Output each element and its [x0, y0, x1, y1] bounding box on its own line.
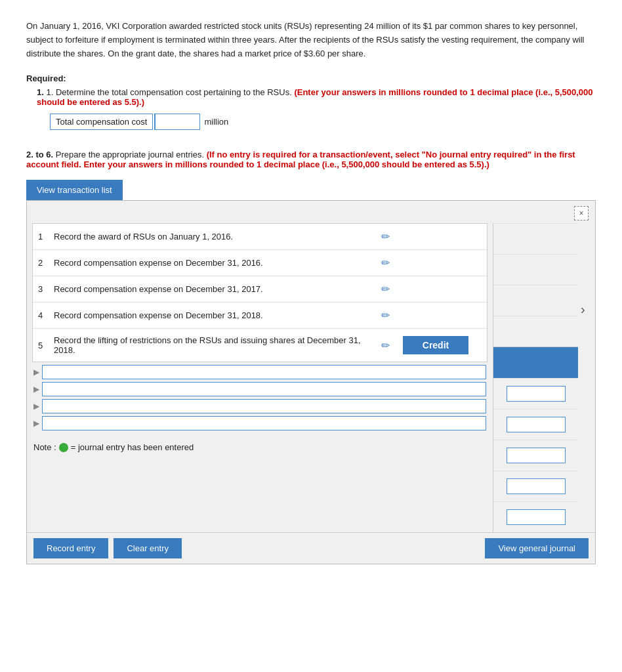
transaction-num-3: 3 — [38, 284, 50, 294]
credit-input-5[interactable] — [507, 509, 566, 525]
million-label: million — [204, 117, 228, 127]
transaction-desc-1: Record the award of RSUs on January 1, 2… — [50, 232, 375, 242]
transaction-desc-5: Record the lifting of restrictions on th… — [50, 335, 375, 355]
transaction-row: 2 Record compensation expense on Decembe… — [33, 250, 487, 276]
intro-content: On January 1, 2016, VKI Corporation awar… — [26, 21, 584, 58]
right-cell-5: Credit — [396, 336, 482, 354]
edit-icon-3[interactable]: ✏ — [381, 283, 390, 295]
right-input-row-1 — [493, 223, 578, 254]
arrow-icon-4: ▶ — [33, 419, 39, 428]
chevron-right-icon[interactable]: › — [581, 302, 585, 317]
note-row: Note : = journal entry has been entered — [27, 437, 493, 457]
transaction-row: 1 Record the award of RSUs on January 1,… — [33, 224, 487, 250]
credit-input-2[interactable] — [507, 417, 566, 432]
close-btn[interactable]: × — [574, 206, 589, 220]
transaction-row: 4 Record compensation expense on Decembe… — [33, 303, 487, 329]
arrow-icon-1: ▶ — [33, 368, 39, 377]
bottom-btns: Record entry Clear entry View general jo… — [27, 532, 595, 564]
record-entry-btn[interactable]: Record entry — [33, 538, 108, 558]
credit-input-1[interactable] — [507, 386, 566, 402]
q2-6-num: 2. to 6. — [26, 150, 53, 159]
transaction-num-1: 1 — [38, 232, 50, 242]
x-btn-row: × — [27, 201, 595, 223]
edit-icon-4[interactable]: ✏ — [381, 309, 390, 322]
transaction-desc-4: Record compensation expense on December … — [50, 310, 375, 320]
transaction-num-5: 5 — [38, 341, 50, 350]
note-label: Note : — [33, 442, 56, 452]
transaction-tab-area: View transaction list × 1 Record the aw — [26, 180, 596, 564]
arrow-icon-3: ▶ — [33, 402, 39, 411]
transactions-main: 1 Record the award of RSUs on January 1,… — [27, 223, 493, 532]
credit-input-4[interactable] — [507, 478, 566, 494]
extra-input-row-2: ▶ — [33, 382, 486, 396]
extra-inputs-area: ▶ ▶ ▶ ▶ — [27, 362, 493, 437]
chevron-col: › — [581, 223, 595, 532]
right-input-row-3 — [493, 285, 578, 316]
transaction-row: 5 Record the lifting of restrictions on … — [33, 329, 487, 362]
transaction-row: 3 Record compensation expense on Decembe… — [33, 276, 487, 303]
credit-input-3[interactable] — [507, 448, 566, 463]
view-transaction-btn[interactable]: View transaction list — [26, 180, 123, 200]
note-desc: = journal entry has been entered — [71, 442, 194, 452]
extra-input-4[interactable] — [42, 416, 486, 430]
tab-row: View transaction list — [26, 180, 596, 200]
q1-num: 1. — [37, 87, 44, 97]
extra-input-row-3: ▶ — [33, 399, 486, 413]
transaction-desc-3: Record compensation expense on December … — [50, 284, 375, 294]
extra-input-2[interactable] — [42, 382, 486, 396]
q1-label: 1. Determine the total compensation cost… — [46, 87, 291, 97]
total-comp-label: Total compensation cost — [50, 114, 153, 130]
arrow-icon-2: ▶ — [33, 385, 39, 394]
q1-text: 1. 1. Determine the total compensation c… — [37, 87, 596, 107]
extra-input-1[interactable] — [42, 365, 486, 379]
transaction-desc-2: Record compensation expense on December … — [50, 258, 375, 268]
extra-input-3[interactable] — [42, 399, 486, 413]
q2-6-section: 2. to 6. Prepare the appropriate journal… — [26, 150, 596, 564]
credit-header — [493, 347, 578, 378]
q2-6-header: 2. to 6. Prepare the appropriate journal… — [26, 150, 596, 169]
credit-column-block — [493, 346, 578, 532]
total-comp-input[interactable] — [154, 114, 200, 130]
required-section: Required: 1. 1. Determine the total comp… — [26, 74, 596, 130]
transaction-list: 1 Record the award of RSUs on January 1,… — [32, 223, 487, 362]
edit-icon-2[interactable]: ✏ — [381, 257, 390, 269]
edit-icon-5[interactable]: ✏ — [381, 339, 390, 352]
transaction-num-2: 2 — [38, 258, 50, 268]
green-dot-icon — [59, 443, 68, 452]
close-icon: × — [579, 209, 583, 218]
extra-input-row-4: ▶ — [33, 416, 486, 430]
full-panel: × 1 Record the award of RSUs on January … — [26, 200, 596, 564]
credit-input-row-1 — [493, 378, 578, 409]
clear-entry-btn[interactable]: Clear entry — [114, 538, 182, 558]
credit-input-row-2 — [493, 409, 578, 440]
right-input-row-4 — [493, 316, 578, 346]
credit-label: Credit — [403, 336, 468, 354]
credit-input-row-5 — [493, 501, 578, 532]
credit-input-row-3 — [493, 440, 578, 471]
credit-input-row-4 — [493, 471, 578, 501]
extra-input-row-1: ▶ — [33, 365, 486, 379]
transaction-num-4: 4 — [38, 310, 50, 320]
edit-icon-1[interactable]: ✏ — [381, 230, 390, 243]
view-general-journal-btn[interactable]: View general journal — [485, 538, 589, 558]
right-inputs-column — [493, 223, 578, 532]
q1-block: 1. 1. Determine the total compensation c… — [37, 87, 596, 130]
intro-text: On January 1, 2016, VKI Corporation awar… — [26, 20, 596, 60]
q2-6-label: Prepare the appropriate journal entries. — [56, 150, 204, 159]
required-label: Required: — [26, 74, 596, 83]
compensation-row: Total compensation cost million — [50, 114, 596, 130]
transaction-area: 1 Record the award of RSUs on January 1,… — [27, 223, 595, 532]
right-input-row-2 — [493, 254, 578, 285]
